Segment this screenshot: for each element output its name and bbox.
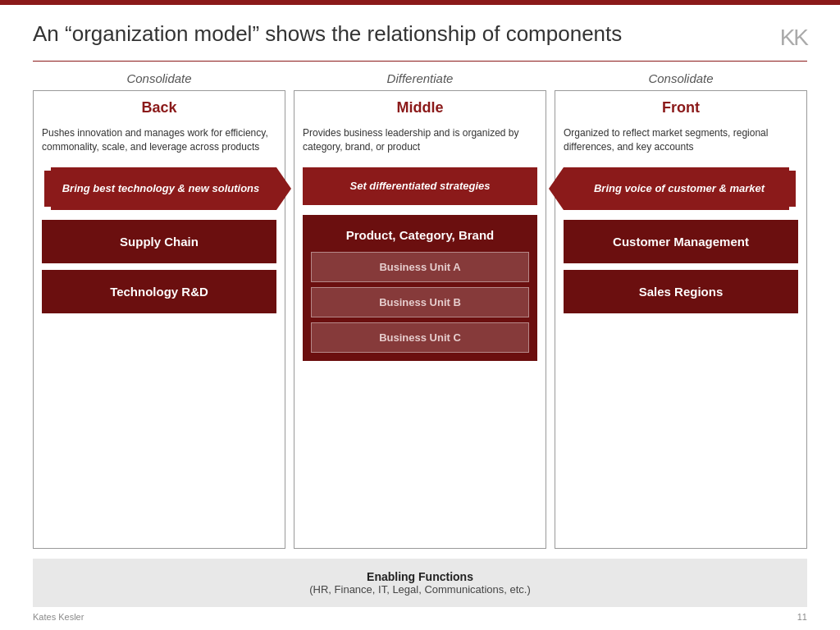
middle-arrow: Set differentiated strategies	[303, 167, 537, 205]
front-arrow-text: Bring voice of customer & market	[594, 182, 765, 194]
business-unit-a-label: Business Unit A	[379, 261, 460, 273]
logo: KK	[780, 25, 807, 51]
front-box: Front Organized to reflect market segmen…	[555, 90, 807, 549]
business-unit-c-box: Business Unit C	[311, 322, 529, 353]
supply-chain-box: Supply Chain	[42, 220, 276, 263]
enabling-title: Enabling Functions	[49, 570, 791, 583]
back-arrow-text: Bring best technology & new solutions	[62, 182, 260, 194]
middle-description: Provides business leadership and is orga…	[303, 126, 537, 154]
middle-title: Middle	[303, 99, 537, 116]
enabling-subtitle: (HR, Finance, IT, Legal, Communications,…	[49, 583, 791, 596]
footer: Kates Kesler 11	[33, 607, 807, 622]
header-divider	[33, 61, 807, 62]
product-category-brand-label: Product, Category, Brand	[346, 223, 495, 247]
front-title: Front	[564, 99, 798, 116]
business-unit-c-label: Business Unit C	[379, 331, 461, 344]
business-unit-a-box: Business Unit A	[311, 252, 529, 282]
customer-management-box: Customer Management	[564, 220, 798, 263]
middle-differentiate-label: Differentiate	[387, 71, 454, 85]
back-arrow: Bring best technology & new solutions	[42, 167, 276, 210]
middle-box: Middle Provides business leadership and …	[294, 90, 546, 549]
column-back: Consolidate Back Pushes innovation and m…	[33, 71, 285, 549]
columns-wrapper: Consolidate Back Pushes innovation and m…	[33, 71, 807, 549]
page-container: An “organization model” shows the relati…	[0, 5, 840, 630]
enabling-functions: Enabling Functions (HR, Finance, IT, Leg…	[33, 559, 807, 607]
business-unit-b-label: Business Unit B	[379, 296, 461, 308]
column-front: Consolidate Front Organized to reflect m…	[555, 71, 807, 549]
supply-chain-label: Supply Chain	[120, 235, 199, 249]
tech-rd-box: Technology R&D	[42, 270, 276, 313]
header-row: An “organization model” shows the relati…	[33, 21, 807, 51]
back-box: Back Pushes innovation and manages work …	[33, 90, 285, 549]
back-title: Back	[42, 99, 276, 116]
sales-regions-box: Sales Regions	[564, 270, 798, 313]
customer-management-label: Customer Management	[613, 235, 749, 249]
back-description: Pushes innovation and manages work for e…	[42, 126, 276, 154]
sales-regions-label: Sales Regions	[639, 285, 724, 299]
back-consolidate-label: Consolidate	[126, 71, 191, 85]
tech-rd-label: Technology R&D	[110, 285, 208, 299]
page-title: An “organization model” shows the relati…	[33, 21, 622, 47]
front-consolidate-label: Consolidate	[648, 71, 713, 85]
front-description: Organized to reflect market segments, re…	[564, 126, 798, 154]
middle-arrow-text: Set differentiated strategies	[350, 180, 491, 192]
product-category-brand-box: Product, Category, Brand Business Unit A…	[303, 215, 537, 361]
front-arrow: Bring voice of customer & market	[564, 167, 798, 210]
business-unit-b-box: Business Unit B	[311, 287, 529, 317]
column-middle: Differentiate Middle Provides business l…	[294, 71, 546, 549]
footer-left: Kates Kesler	[33, 612, 84, 622]
footer-right: 11	[797, 612, 807, 622]
